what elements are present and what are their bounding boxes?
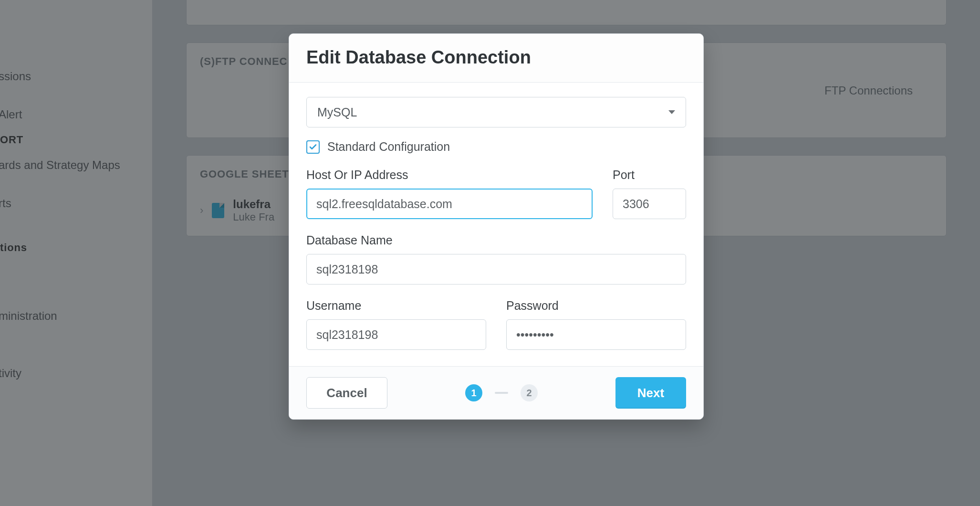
port-input[interactable] xyxy=(613,189,686,219)
db-type-select[interactable]: MySQL xyxy=(306,97,686,127)
username-input[interactable] xyxy=(306,319,486,350)
modal-title: Edit Database Connection xyxy=(306,47,686,68)
host-label: Host Or IP Address xyxy=(306,168,593,182)
step-2[interactable]: 2 xyxy=(521,384,538,401)
cancel-button[interactable]: Cancel xyxy=(306,377,387,409)
host-input[interactable] xyxy=(306,189,593,219)
dbname-label: Database Name xyxy=(306,233,686,247)
username-label: Username xyxy=(306,299,486,313)
step-rail xyxy=(495,392,508,394)
caret-down-icon xyxy=(668,110,675,114)
step-1[interactable]: 1 xyxy=(465,384,482,401)
db-type-value: MySQL xyxy=(317,105,357,119)
password-input[interactable] xyxy=(506,319,686,350)
wizard-steps: 1 2 xyxy=(465,384,538,401)
password-label: Password xyxy=(506,299,686,313)
standard-config-checkbox[interactable] xyxy=(306,140,320,154)
standard-config-label: Standard Configuration xyxy=(327,140,450,154)
check-icon xyxy=(309,143,317,151)
edit-db-connection-modal: Edit Database Connection MySQL Standard … xyxy=(289,33,704,420)
port-label: Port xyxy=(613,168,686,182)
dbname-input[interactable] xyxy=(306,254,686,285)
next-button[interactable]: Next xyxy=(615,377,686,409)
